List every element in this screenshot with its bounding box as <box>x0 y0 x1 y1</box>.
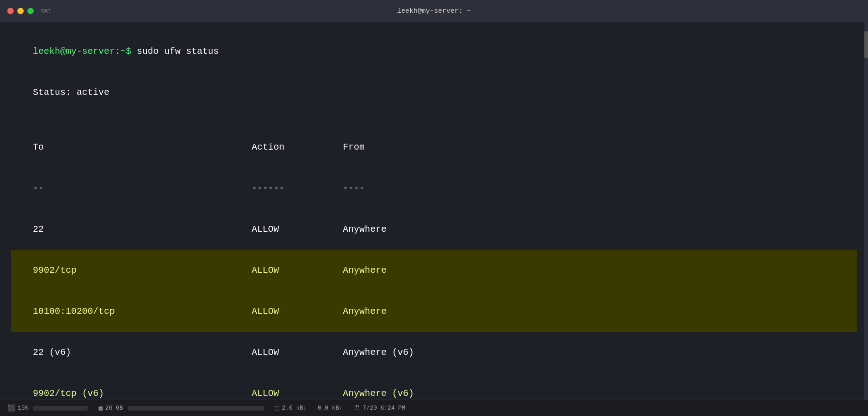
status-line: Status: active <box>11 72 857 113</box>
table-row: 22 (v6)ALLOWAnywhere (v6) <box>11 332 857 373</box>
prompt-1: leekh@my-server:~$ <box>33 46 131 57</box>
table-row-highlighted-1: 9902/tcpALLOWAnywhere <box>11 250 857 291</box>
net-down: 2.0 kB↓ <box>282 405 307 411</box>
status-active: Status: active <box>33 87 109 98</box>
table-row-highlighted-2: 10100:10200/tcpALLOWAnywhere <box>11 291 857 332</box>
net-status: ⬚ 2.0 kB↓ <box>270 404 312 412</box>
row-to: 10100:10200/tcp <box>33 305 252 318</box>
datetime-label: 7/20 6:24 PM <box>363 405 406 411</box>
row-from: Anywhere <box>343 265 387 276</box>
table-row: 22ALLOWAnywhere <box>11 209 857 250</box>
datetime-status: ⏱ 7/20 6:24 PM <box>348 405 411 412</box>
cpu-graph <box>33 406 88 411</box>
maximize-button[interactable] <box>27 8 34 14</box>
row-from: Anywhere (v6) <box>343 347 414 358</box>
col-from-header: From <box>343 142 365 152</box>
row-action: ALLOW <box>252 223 343 236</box>
minimize-button[interactable] <box>17 8 24 14</box>
net-up-status: 0.0 kB↑ <box>312 405 348 411</box>
command-1: sudo ufw status <box>131 46 219 57</box>
ram-graph <box>128 406 264 411</box>
window-shortcut: ⌥⌘1 <box>40 7 52 15</box>
row-from: Anywhere <box>343 306 387 317</box>
sep-to: -- <box>33 182 252 195</box>
table-header: ToActionFrom <box>11 127 857 168</box>
table-row: 9902/tcp (v6)ALLOWAnywhere (v6) <box>11 373 857 400</box>
ram-status: ▦ 26 GB <box>93 404 269 412</box>
row-to: 9902/tcp <box>33 264 252 277</box>
terminal-area[interactable]: leekh@my-server:~$ sudo ufw status Statu… <box>0 22 868 400</box>
clock-icon: ⏱ <box>354 405 360 412</box>
close-button[interactable] <box>7 8 14 14</box>
cpu-status: ⬛ 15% <box>7 404 93 412</box>
col-to-header: To <box>33 140 252 154</box>
net-icon: ⬚ <box>275 404 279 412</box>
row-to: 9902/tcp (v6) <box>33 387 252 400</box>
row-action: ALLOW <box>252 305 343 318</box>
command-line-1: leekh@my-server:~$ sudo ufw status <box>11 31 857 72</box>
ram-label: 26 GB <box>105 405 123 411</box>
row-from: Anywhere <box>343 224 387 234</box>
row-action: ALLOW <box>252 346 343 359</box>
sep-from: ---- <box>343 183 365 193</box>
scrollbar[interactable] <box>864 22 868 400</box>
titlebar: ⌥⌘1 leekh@my-server: ~ <box>0 0 868 22</box>
ram-icon: ▦ <box>98 404 102 412</box>
table-separator: ------------ <box>11 168 857 209</box>
blank-line-1 <box>11 113 857 127</box>
window-title: leekh@my-server: ~ <box>397 7 471 15</box>
cpu-icon: ⬛ <box>7 404 15 412</box>
col-action-header: Action <box>252 140 343 154</box>
row-to: 22 (v6) <box>33 346 252 359</box>
row-to: 22 <box>33 223 252 236</box>
scrollbar-thumb[interactable] <box>864 31 868 58</box>
net-up: 0.0 kB↑ <box>318 405 343 411</box>
row-from: Anywhere (v6) <box>343 388 414 399</box>
row-action: ALLOW <box>252 264 343 277</box>
statusbar: ⬛ 15% ▦ 26 GB ⬚ 2.0 kB↓ 0.0 kB↑ ⏱ 7/20 6… <box>0 400 868 416</box>
cpu-label: 15% <box>18 405 28 411</box>
sep-action: ------ <box>252 182 343 195</box>
window-buttons <box>7 8 34 14</box>
row-action: ALLOW <box>252 387 343 400</box>
